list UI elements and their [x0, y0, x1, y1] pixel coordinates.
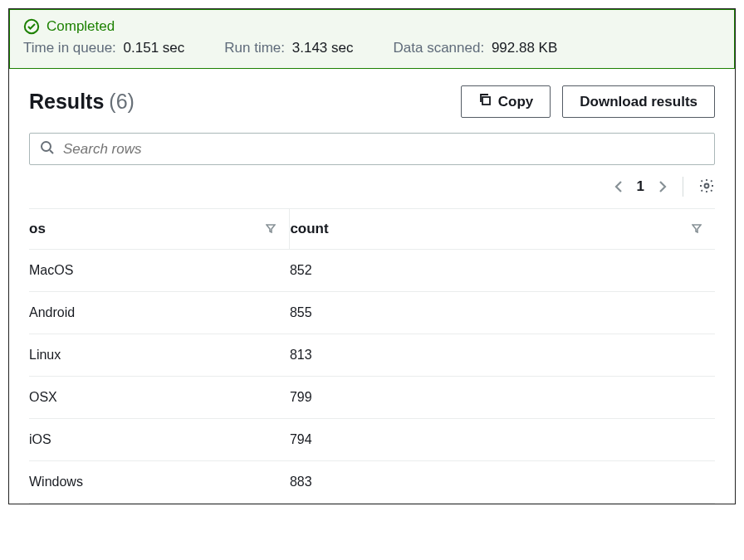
copy-button[interactable]: Copy [461, 85, 551, 118]
cell-os: MacOS [29, 250, 290, 292]
svg-point-2 [42, 142, 51, 151]
download-results-button[interactable]: Download results [562, 85, 715, 118]
results-table: os count [29, 208, 715, 504]
table-row[interactable]: MacOS852 [29, 250, 715, 292]
results-panel: Completed Time in queue: 0.151 sec Run t… [8, 8, 736, 504]
cell-count: 883 [290, 461, 715, 504]
filter-icon[interactable] [266, 221, 276, 237]
status-label: Completed [46, 18, 115, 35]
results-count: (6) [109, 90, 135, 114]
settings-button[interactable] [698, 178, 715, 197]
table-row[interactable]: Windows883 [29, 461, 715, 504]
prev-page-button[interactable] [614, 179, 625, 194]
cell-os: Windows [29, 461, 290, 504]
table-row[interactable]: Android855 [29, 292, 715, 334]
column-header-count[interactable]: count [290, 209, 715, 250]
results-title: Results [29, 90, 104, 114]
copy-icon [478, 93, 492, 110]
cell-count: 855 [290, 292, 715, 334]
cell-os: Linux [29, 334, 290, 377]
cell-count: 813 [290, 334, 715, 377]
filter-icon[interactable] [692, 221, 702, 237]
status-bar: Completed Time in queue: 0.151 sec Run t… [9, 9, 735, 69]
next-page-button[interactable] [656, 179, 668, 194]
gear-icon [698, 178, 715, 197]
svg-rect-1 [482, 97, 490, 105]
metric-scanned: Data scanned: 992.88 KB [394, 40, 558, 56]
search-input[interactable] [63, 141, 704, 158]
column-header-os[interactable]: os [29, 209, 290, 250]
metric-runtime: Run time: 3.143 sec [224, 40, 353, 56]
svg-point-3 [705, 183, 709, 187]
metric-queue: Time in queue: 0.151 sec [23, 40, 184, 56]
cell-os: Android [29, 292, 290, 334]
cell-os: iOS [29, 419, 290, 461]
table-row[interactable]: Linux813 [29, 334, 715, 377]
search-icon [40, 140, 55, 158]
search-box[interactable] [29, 133, 715, 165]
cell-count: 799 [290, 377, 715, 419]
table-row[interactable]: iOS794 [29, 419, 715, 461]
cell-os: OSX [29, 377, 290, 419]
table-row[interactable]: OSX799 [29, 377, 715, 419]
page-number: 1 [637, 178, 644, 195]
cell-count: 852 [290, 250, 715, 292]
check-circle-icon [23, 18, 40, 35]
cell-count: 794 [290, 419, 715, 461]
